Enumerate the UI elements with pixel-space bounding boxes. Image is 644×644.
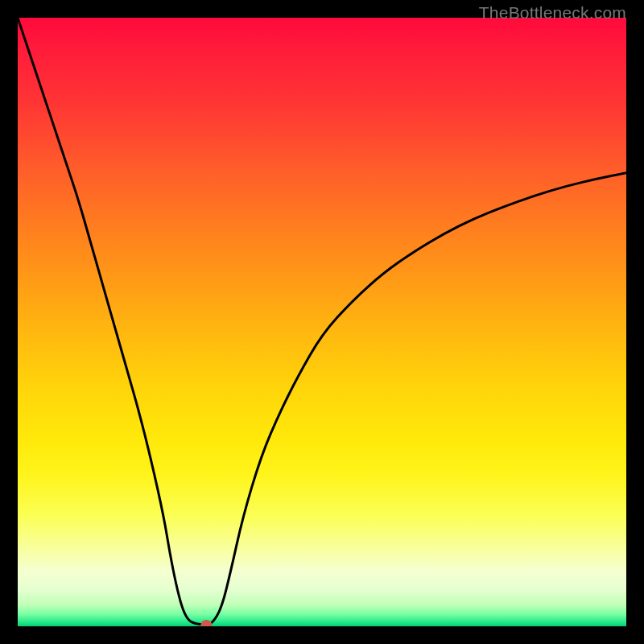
plot-area: [18, 18, 626, 626]
watermark-text: TheBottleneck.com: [479, 3, 626, 23]
curve-layer: [18, 18, 626, 626]
optimum-marker: [200, 620, 212, 626]
bottleneck-curve: [18, 18, 626, 625]
chart-frame: TheBottleneck.com: [0, 0, 644, 644]
